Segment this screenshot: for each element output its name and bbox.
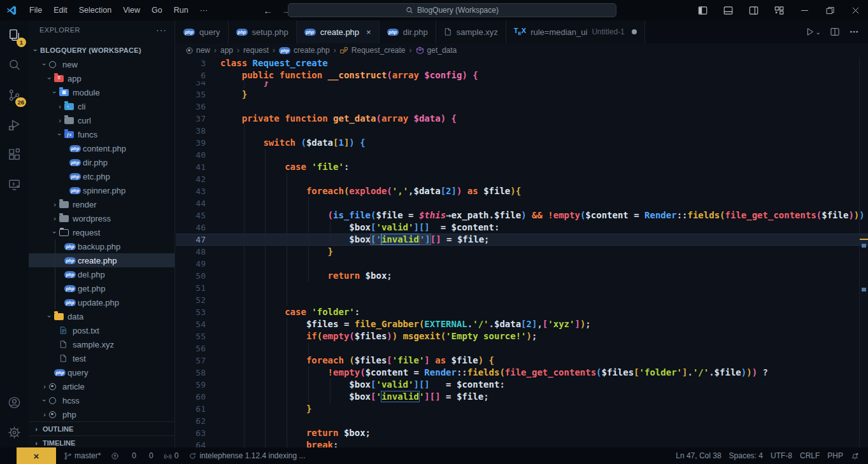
timeline-section[interactable]: › TIMELINE (29, 435, 174, 447)
code-line-58[interactable]: 58!empty($content = Render::fields(file_… (176, 367, 868, 379)
tab-dir-php[interactable]: phpdir.php (380, 20, 436, 43)
breadcrumb-app[interactable]: app (220, 46, 233, 55)
status-ln-47-col-38[interactable]: Ln 47, Col 38 (672, 447, 725, 464)
code-line-53[interactable]: 53case 'folder': (176, 306, 868, 318)
run-button[interactable]: ⌄ (805, 27, 821, 37)
minimize-button[interactable] (792, 0, 817, 20)
code-line-44[interactable]: 44 (176, 197, 868, 209)
menu-[interactable]: ··· (194, 3, 214, 17)
code-line-42[interactable]: 42 (176, 173, 868, 185)
tree-item-backup-php[interactable]: phpbackup.php (29, 239, 174, 253)
code-line-40[interactable]: 40 (176, 149, 868, 161)
menu-run[interactable]: Run (168, 3, 194, 17)
status-utf-8[interactable]: UTF-8 (767, 447, 796, 464)
activity-extensions[interactable] (0, 140, 29, 170)
workspace-root[interactable]: › BLOGQUERY (WORKSPACE) (29, 43, 174, 57)
restore-button[interactable] (817, 0, 843, 20)
layout-grid-button[interactable] (766, 0, 792, 20)
code-line-45[interactable]: 45(is_file($file = $this→ex_path.$file) … (176, 209, 868, 221)
tree-item-article[interactable]: ›article (29, 379, 174, 393)
status-0[interactable]: 0 (143, 447, 157, 464)
sticky-line-6[interactable]: 6public function __construct(array $conf… (176, 69, 868, 81)
breadcrumb-get-data[interactable]: get_data (416, 46, 457, 55)
tree-item-content-php[interactable]: phpcontent.php (29, 141, 174, 155)
menu-view[interactable]: View (117, 3, 146, 17)
chevron-right-icon[interactable]: › (40, 383, 49, 390)
code-line-50[interactable]: 50return $box; (176, 270, 868, 282)
menu-file[interactable]: File (24, 3, 48, 17)
activity-source-control[interactable]: 26 (0, 80, 29, 110)
breadcrumb-new[interactable]: new (186, 46, 210, 55)
sticky-line-3[interactable]: 3class Request_create (176, 57, 868, 69)
code-line-51[interactable]: 51 (176, 282, 868, 294)
chevron-right-icon[interactable]: › (50, 200, 59, 208)
tab-rule-median-ui[interactable]: TEXrule=median_uiUntitled-1 (506, 20, 645, 43)
tree-item-new[interactable]: ›new (29, 57, 174, 71)
code-line-55[interactable]: 55if(empty($files)) msgexit('Empty sourc… (176, 330, 868, 342)
more-actions-button[interactable] (849, 27, 859, 37)
menu-go[interactable]: Go (146, 3, 168, 17)
code-line-47[interactable]: 47$box['invalid'][] = $file; (176, 234, 868, 246)
tree-item-update-php[interactable]: phpupdate.php (29, 295, 174, 309)
layout-panel-button[interactable] (715, 0, 741, 20)
tab-create-php[interactable]: phpcreate.php× (297, 20, 380, 43)
code-line-35[interactable]: 35} (176, 88, 868, 101)
layout-sidebar-left-button[interactable] (690, 0, 715, 20)
code-line-38[interactable]: 38 (176, 125, 868, 137)
breadcrumb-create-php[interactable]: phpcreate.php (279, 46, 330, 55)
split-editor-button[interactable] (830, 27, 840, 37)
tree-item-create-php[interactable]: phpcreate.php (29, 253, 174, 267)
chevron-down-icon[interactable]: › (41, 396, 48, 405)
tree-item-php[interactable]: ›php (29, 407, 174, 421)
code-line-37[interactable]: 37private function get_data(array $data)… (176, 113, 868, 125)
tab-query[interactable]: phpquery (176, 20, 229, 43)
overview-ruler[interactable] (859, 57, 868, 447)
code-line-60[interactable]: 60$box['invalid'][] = $file; (176, 391, 868, 403)
remote-indicator[interactable]: × (17, 447, 56, 464)
status-crlf[interactable]: CRLF (796, 447, 823, 464)
tree-item-del-php[interactable]: phpdel.php (29, 267, 174, 281)
status-spaces-4[interactable]: Spaces: 4 (725, 447, 767, 464)
status-0[interactable]: 0 (160, 447, 183, 464)
code-line-61[interactable]: 61} (176, 403, 868, 415)
code-line-56[interactable]: 56 (176, 342, 868, 355)
status-intelephense[interactable]: intelephense 1.12.4 indexing ... (185, 447, 309, 464)
chevron-down-icon[interactable]: › (46, 74, 53, 83)
code-line-62[interactable]: 62 (176, 415, 868, 427)
code-line-57[interactable]: 57foreach ($files['file'] as $file) { (176, 355, 868, 367)
chevron-down-icon[interactable]: › (46, 312, 53, 321)
menu-edit[interactable]: Edit (48, 3, 73, 17)
tab-sample-xyz[interactable]: sample.xyz (436, 20, 506, 43)
tree-item-app[interactable]: ›⠿app (29, 71, 174, 85)
tree-item-render[interactable]: ›render (29, 197, 174, 211)
code-line-36[interactable]: 36 (176, 101, 868, 113)
code-line-41[interactable]: 41case 'file': (176, 161, 868, 173)
tree-item-funcs[interactable]: ›ƒxfuncs (29, 127, 174, 141)
chevron-down-icon[interactable]: › (51, 228, 59, 237)
status-master-[interactable]: master* (60, 447, 104, 464)
tree-item-request[interactable]: ›request (29, 225, 174, 239)
activity-accounts[interactable] (0, 388, 29, 418)
code-line-64[interactable]: 64break; (176, 439, 868, 447)
activity-run-debug[interactable] (0, 110, 29, 140)
chevron-right-icon[interactable]: › (50, 214, 59, 222)
code-line-54[interactable]: 54$files = file_Grabber(EXTERNAL.'/'.$da… (176, 318, 868, 330)
code-line-39[interactable]: 39switch ($data[1]) { (176, 137, 868, 149)
tree-item-hcss[interactable]: ›hcss (29, 393, 174, 407)
code-line-63[interactable]: 63return $box; (176, 427, 868, 439)
tree-item-test[interactable]: test (29, 351, 174, 365)
status-bell-icon[interactable] (847, 447, 863, 464)
chevron-right-icon[interactable]: › (55, 116, 64, 124)
tree-item-curl[interactable]: ›curl (29, 113, 174, 127)
activity-search[interactable] (0, 50, 29, 80)
code-line-49[interactable]: 49 (176, 258, 868, 270)
tree-item-module[interactable]: ›▦module (29, 85, 174, 99)
close-button[interactable] (843, 0, 868, 20)
code-line-43[interactable]: 43foreach(explode(',',$data[2]) as $file… (176, 185, 868, 197)
menu-selection[interactable]: Selection (73, 3, 117, 17)
history-back-button[interactable]: ← (263, 5, 273, 16)
status-publish-icon[interactable] (107, 447, 123, 464)
status-0[interactable]: 0 (125, 447, 140, 464)
code-editor[interactable]: 3class Request_create6public function __… (176, 57, 868, 447)
tree-item-data[interactable]: ›data (29, 309, 174, 323)
